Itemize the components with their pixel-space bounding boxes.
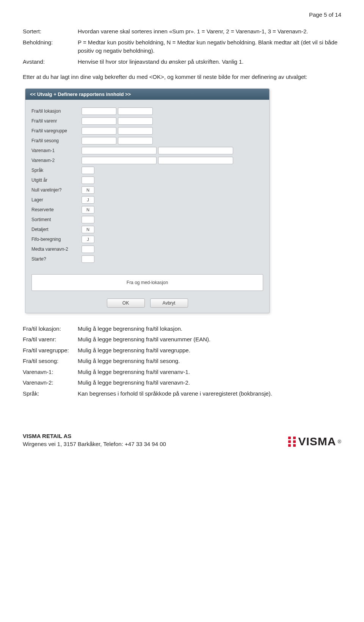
cancel-button[interactable]: Avbryt bbox=[150, 298, 188, 308]
varegruppe-from-input[interactable] bbox=[82, 127, 116, 135]
status-area: Fra og med-lokasjon bbox=[25, 274, 269, 296]
def-desc: Henvise til hvor stor linjeavstand du øn… bbox=[78, 58, 341, 66]
footer-company-info: VISMA RETAIL AS Wirgenes vei 1, 3157 Bar… bbox=[23, 432, 166, 448]
varegruppe-to-input[interactable] bbox=[118, 127, 153, 135]
field-label: Språk bbox=[31, 168, 82, 173]
varenavn2-from-input[interactable] bbox=[82, 157, 157, 164]
report-options-panel: << Utvalg + Definere rapportens innhold … bbox=[25, 88, 270, 313]
fifo-input[interactable]: J bbox=[82, 236, 94, 243]
def-desc: Hvordan varene skal sorteres innen «Sum … bbox=[78, 27, 341, 36]
logo-text: VISMA bbox=[298, 435, 336, 448]
company-name: VISMA RETAIL AS bbox=[23, 432, 166, 440]
logo-dots-icon bbox=[288, 437, 291, 447]
intro-paragraph: Etter at du har lagt inn dine valg bekre… bbox=[23, 73, 341, 82]
field-fra-til-lokasjon: Fra/til lokasjon bbox=[31, 107, 263, 116]
def-label: Beholdning: bbox=[23, 38, 78, 55]
def-sortert: Sortert: Hvordan varene skal sorteres in… bbox=[23, 27, 341, 36]
field-medta-varenavn-2: Medta varenavn-2 bbox=[31, 245, 263, 254]
field-label: Varenavn-1 bbox=[31, 148, 82, 153]
visma-logo: VISMA® bbox=[288, 435, 341, 448]
def-label: Varenavn-2: bbox=[23, 379, 78, 387]
field-reserverte: Reserverte N bbox=[31, 205, 263, 214]
field-fra-til-varenr: Fra/til varenr bbox=[31, 116, 263, 126]
status-text: Fra og med-lokasjon bbox=[31, 274, 263, 291]
field-null-varelinjer: Null varelinjer? N bbox=[31, 185, 263, 195]
field-label: Detaljert bbox=[31, 227, 82, 232]
null-varelinjer-input[interactable]: N bbox=[82, 186, 94, 194]
varenavn2-to-input[interactable] bbox=[158, 157, 233, 164]
field-label: Lager bbox=[31, 197, 82, 203]
reserverte-input[interactable]: N bbox=[82, 206, 94, 214]
def-desc: Kan begrenses i forhold til språkkode på… bbox=[78, 390, 341, 398]
def-label: Fra/til varegruppe: bbox=[23, 346, 78, 355]
lokasjon-from-input[interactable] bbox=[82, 107, 116, 115]
field-label: Utgitt år bbox=[31, 177, 82, 183]
def-avstand: Avstand: Henvise til hvor stor linjeavst… bbox=[23, 58, 341, 66]
def-varegruppe: Fra/til varegruppe: Mulig å legge begren… bbox=[23, 346, 341, 355]
def-beholdning: Beholdning: P = Medtar kun positiv behol… bbox=[23, 38, 341, 55]
sprak-input[interactable] bbox=[82, 166, 94, 174]
page-number: Page 5 of 14 bbox=[23, 11, 341, 18]
def-desc: Mulig å legge begrensning fra/til lokasj… bbox=[78, 325, 341, 333]
varenr-from-input[interactable] bbox=[82, 117, 116, 125]
footer: VISMA RETAIL AS Wirgenes vei 1, 3157 Bar… bbox=[23, 432, 341, 448]
def-varenr: Fra/til varenr: Mulig å legge begrensnin… bbox=[23, 335, 341, 344]
detaljert-input[interactable]: N bbox=[82, 226, 94, 233]
panel-title: << Utvalg + Definere rapportens innhold … bbox=[25, 89, 269, 100]
sesong-from-input[interactable] bbox=[82, 137, 116, 145]
def-desc: Mulig å legge begrensning fra/til sesong… bbox=[78, 357, 341, 366]
varenr-to-input[interactable] bbox=[118, 117, 153, 125]
sesong-to-input[interactable] bbox=[118, 137, 153, 145]
varenavn1-to-input[interactable] bbox=[158, 147, 233, 154]
def-sesong: Fra/til sesong: Mulig å legge begrensnin… bbox=[23, 357, 341, 366]
def-varenavn1: Varenavn-1: Mulig å legge begrensning fr… bbox=[23, 368, 341, 377]
def-varenavn2: Varenavn-2: Mulig å legge begrensning fr… bbox=[23, 379, 341, 387]
def-desc: P = Medtar kun positiv beholdning, N = M… bbox=[78, 38, 341, 55]
field-varenavn-1: Varenavn-1 bbox=[31, 146, 263, 155]
field-label: Varenavn-2 bbox=[31, 158, 82, 163]
field-label: Fra/til varenr bbox=[31, 118, 82, 124]
field-label: Reserverte bbox=[31, 207, 82, 212]
def-label: Fra/til lokasjon: bbox=[23, 325, 78, 333]
def-lokasjon: Fra/til lokasjon: Mulig å legge begrensn… bbox=[23, 325, 341, 333]
field-lager: Lager J bbox=[31, 195, 263, 204]
field-fifo-beregning: Fifo-beregning J bbox=[31, 235, 263, 244]
field-sprak: Språk bbox=[31, 166, 263, 175]
field-label: Null varelinjer? bbox=[31, 187, 82, 193]
field-starte: Starte? bbox=[31, 254, 263, 264]
field-fra-til-sesong: Fra/til sesong bbox=[31, 136, 263, 145]
lager-input[interactable]: J bbox=[82, 196, 94, 204]
panel-body: Fra/til lokasjon Fra/til varenr Fra/til … bbox=[25, 100, 269, 267]
def-sprak: Språk: Kan begrenses i forhold til språk… bbox=[23, 390, 341, 398]
field-sortiment: Sortiment bbox=[31, 215, 263, 224]
def-desc: Mulig å legge begrensning fra/til varena… bbox=[78, 368, 341, 377]
field-label: Fifo-beregning bbox=[31, 237, 82, 242]
def-label: Fra/til sesong: bbox=[23, 357, 78, 366]
medta-varenavn2-input[interactable] bbox=[82, 245, 94, 253]
def-label: Sortert: bbox=[23, 27, 78, 36]
field-label: Sortiment bbox=[31, 217, 82, 222]
field-label: Medta varenavn-2 bbox=[31, 247, 82, 252]
starte-input[interactable] bbox=[82, 255, 94, 263]
ok-button[interactable]: OK bbox=[107, 298, 145, 308]
def-label: Varenavn-1: bbox=[23, 368, 78, 377]
def-desc: Mulig å legge begrensning fra/til varenu… bbox=[78, 335, 341, 344]
lokasjon-to-input[interactable] bbox=[118, 107, 153, 115]
field-fra-til-varegruppe: Fra/til varegruppe bbox=[31, 126, 263, 135]
utgitt-ar-input[interactable] bbox=[82, 176, 94, 184]
field-varenavn-2: Varenavn-2 bbox=[31, 156, 263, 165]
def-label: Fra/til varenr: bbox=[23, 335, 78, 344]
field-label: Fra/til varegruppe bbox=[31, 128, 82, 134]
company-address: Wirgenes vei 1, 3157 Barkåker, Telefon: … bbox=[23, 440, 166, 448]
field-label: Fra/til sesong bbox=[31, 138, 82, 143]
button-row: OK Avbryt bbox=[25, 296, 269, 313]
def-desc: Mulig å legge begrensning fra/til varegr… bbox=[78, 346, 341, 355]
field-label: Starte? bbox=[31, 256, 82, 262]
def-desc: Mulig å legge begrensning fra/til varena… bbox=[78, 379, 341, 387]
def-label: Språk: bbox=[23, 390, 78, 398]
def-label: Avstand: bbox=[23, 58, 78, 66]
sortiment-input[interactable] bbox=[82, 216, 94, 223]
registered-icon: ® bbox=[337, 439, 341, 445]
varenavn1-from-input[interactable] bbox=[82, 147, 157, 154]
field-label: Fra/til lokasjon bbox=[31, 108, 82, 114]
